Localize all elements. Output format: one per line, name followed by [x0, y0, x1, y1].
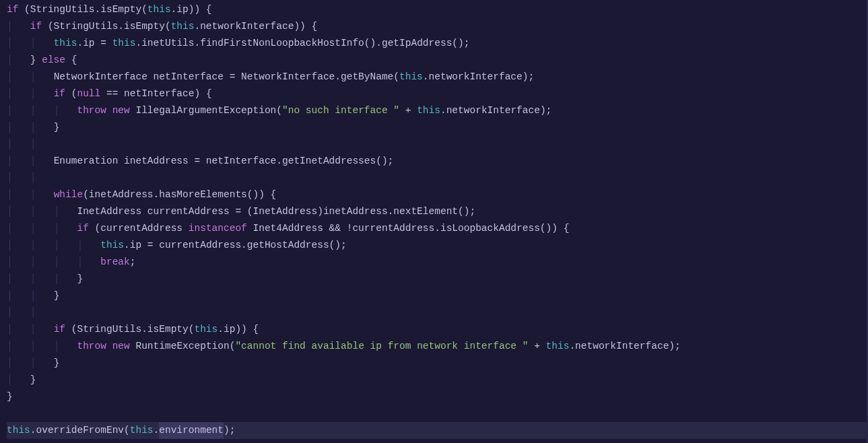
token-punct: .networkInterface); [569, 338, 680, 355]
indent-guide: │ [7, 136, 30, 153]
code-line[interactable]: │ │ if (StringUtils.isEmpty(this.ip)) { [7, 321, 868, 338]
indent-guide: │ [77, 254, 100, 271]
token-punct: (currentAddress [89, 220, 189, 237]
code-line[interactable]: │ │ │ throw new IllegalArgumentException… [7, 102, 868, 119]
token-punct: .ip = currentAddress.getHostAddress(); [124, 237, 347, 254]
token-punct: + [528, 338, 545, 355]
code-line[interactable]: │ } else { [7, 52, 868, 69]
indent-guide: │ [30, 237, 54, 254]
token-punct: IllegalArgumentException( [130, 102, 282, 119]
indent-guide: │ [7, 304, 30, 321]
code-line[interactable]: │ │ } [7, 119, 868, 136]
indent-guide: │ [30, 69, 54, 86]
token-punct: == netInterface) { [100, 86, 211, 102]
indent-guide: │ [30, 355, 54, 372]
indent-guide: │ [30, 35, 54, 52]
code-line[interactable]: │ │ │ } [7, 271, 868, 287]
token-punct: .overrideFromEnv( [30, 422, 130, 439]
indent-guide: │ [30, 136, 54, 153]
code-line[interactable]: │ │ NetworkInterface netInterface = Netw… [7, 69, 868, 86]
token-kw-this: this [100, 237, 124, 254]
code-line[interactable]: } [7, 388, 868, 405]
indent-guide: │ [7, 69, 30, 86]
code-line[interactable]: if (StringUtils.isEmpty(this.ip)) { [7, 1, 868, 18]
code-line[interactable]: │ │ } [7, 355, 868, 372]
token-kw-flow: break [100, 254, 130, 271]
code-line[interactable]: this.overrideFromEnv(this.environment); [7, 422, 868, 439]
indent-guide: │ [54, 102, 77, 119]
code-line[interactable]: │ │ if (null == netInterface) { [7, 86, 868, 102]
token-kw-new: new [112, 338, 130, 355]
token-punct: } [30, 372, 36, 388]
indent-guide: │ [7, 287, 30, 304]
token-punct: } [54, 287, 60, 304]
code-line[interactable]: │ │ [7, 304, 868, 321]
code-line[interactable]: │ │ │ if (currentAddress instanceof Inet… [7, 220, 868, 237]
code-line[interactable]: │ │ [7, 170, 868, 186]
token-punct: .ip)) { [218, 321, 259, 338]
token-punct: + [399, 102, 417, 119]
indent-guide: │ [30, 220, 54, 237]
code-line[interactable]: │ if (StringUtils.isEmpty(this.networkIn… [7, 18, 868, 35]
token-kw-this: this [546, 338, 570, 355]
token-punct [106, 338, 112, 355]
code-line[interactable]: │ │ │ │ break; [7, 254, 868, 271]
token-kw-this: this [112, 35, 136, 52]
token-kw-this: this [399, 69, 423, 86]
token-kw-flow: else [42, 52, 65, 69]
code-line[interactable]: │ │ │ InetAddress currentAddress = (Inet… [7, 203, 868, 220]
code-line[interactable]: │ │ [7, 136, 868, 153]
token-punct: Enumeration inetAddress = netInterface.g… [54, 153, 394, 170]
indent-guide: │ [7, 119, 30, 136]
token-punct [106, 102, 112, 119]
token-punct: Inet4Address && !currentAddress.isLoopba… [247, 220, 570, 237]
code-editor[interactable]: if (StringUtils.isEmpty(this.ip)) {│ if … [0, 0, 868, 439]
code-line[interactable]: │ │ this.ip = this.inetUtils.findFirstNo… [7, 35, 868, 52]
indent-guide: │ [7, 271, 30, 287]
token-punct: } [77, 271, 83, 287]
code-line[interactable]: │ } [7, 372, 868, 388]
token-punct: ( [65, 86, 77, 102]
token-kw-this: this [7, 422, 30, 439]
code-line[interactable]: │ │ │ throw new RuntimeException("cannot… [7, 338, 868, 355]
token-punct: } [30, 52, 42, 69]
code-line[interactable] [7, 405, 868, 422]
indent-guide: │ [30, 119, 54, 136]
token-punct: ); [224, 422, 235, 439]
indent-guide: │ [7, 186, 30, 203]
token-punct: { [65, 52, 77, 69]
token-cursor-word: environment [159, 422, 224, 439]
indent-guide: │ [7, 372, 30, 388]
token-kw-flow: while [54, 186, 84, 203]
code-line[interactable]: │ │ │ │ this.ip = currentAddress.getHost… [7, 237, 868, 254]
indent-guide: │ [7, 338, 30, 355]
token-string: "no such interface " [282, 102, 399, 119]
token-punct: RuntimeException( [130, 338, 236, 355]
token-kw-flow: throw [77, 338, 106, 355]
indent-guide: │ [54, 220, 77, 237]
indent-guide: │ [54, 338, 77, 355]
token-kw-flow: if [54, 321, 65, 338]
code-line[interactable]: │ │ while(inetAddress.hasMoreElements())… [7, 186, 868, 203]
indent-guide: │ [30, 338, 54, 355]
token-punct: .networkInterface); [440, 102, 552, 119]
indent-guide: │ [54, 203, 77, 220]
token-kw-this: this [417, 102, 440, 119]
indent-guide: │ [7, 254, 30, 271]
token-punct: .networkInterface)) { [194, 18, 317, 35]
indent-guide: │ [7, 321, 30, 338]
token-punct: NetworkInterface netInterface = NetworkI… [54, 69, 399, 86]
token-punct: ; [130, 254, 136, 271]
indent-guide: │ [54, 271, 77, 287]
token-punct: (StringUtils.isEmpty( [18, 1, 147, 18]
indent-guide: │ [30, 304, 54, 321]
code-line[interactable]: │ │ } [7, 287, 868, 304]
token-punct: (inetAddress.hasMoreElements()) { [83, 186, 276, 203]
token-kw-null: null [77, 86, 100, 102]
indent-guide: │ [7, 86, 30, 102]
token-kw-this: this [147, 1, 171, 18]
indent-guide: │ [7, 153, 30, 170]
token-string: "cannot find available ip from network i… [235, 338, 528, 355]
code-line[interactable]: │ │ Enumeration inetAddress = netInterfa… [7, 153, 868, 170]
indent-guide: │ [30, 254, 54, 271]
